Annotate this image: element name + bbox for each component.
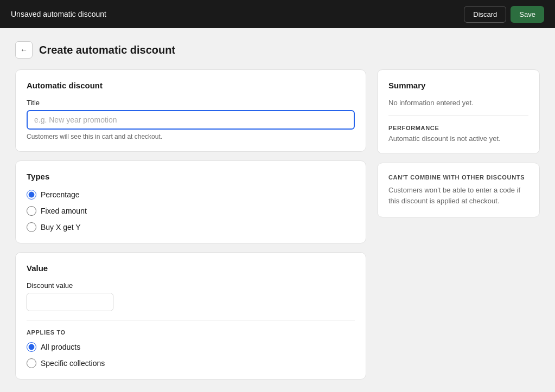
types-card: Types Percentage Fixed amount Buy X get … (15, 160, 366, 243)
types-title: Types (27, 172, 355, 181)
radio-item-specific-collections[interactable]: Specific collections (27, 358, 355, 368)
topbar-actions: Discard Save (464, 6, 544, 23)
back-icon: ← (20, 46, 28, 54)
radio-item-all-products[interactable]: All products (27, 342, 355, 352)
summary-divider (388, 115, 528, 116)
title-label: Title (27, 99, 355, 107)
discard-button[interactable]: Discard (464, 6, 506, 23)
summary-card: Summary No information entered yet. PERF… (377, 69, 540, 154)
summary-no-info: No information entered yet. (388, 99, 528, 107)
radio-specific-collections[interactable] (27, 358, 36, 368)
automatic-discount-title: Automatic discount (27, 81, 355, 90)
radio-item-fixed-amount[interactable]: Fixed amount (27, 206, 355, 216)
applies-to-radio-group: All products Specific collections (27, 342, 355, 368)
page-title: Create automatic discount (39, 44, 175, 56)
main-column: Automatic discount Title Customers will … (15, 69, 366, 380)
radio-percentage-label: Percentage (41, 190, 80, 199)
summary-title: Summary (388, 81, 528, 90)
page-content: ← Create automatic discount Automatic di… (0, 28, 555, 392)
combine-text: Customers won't be able to enter a code … (388, 185, 528, 206)
divider (27, 320, 355, 320)
radio-fixed-amount[interactable] (27, 206, 36, 216)
discount-value-wrap: % (27, 293, 113, 311)
back-button[interactable]: ← (15, 41, 33, 59)
radio-item-percentage[interactable]: Percentage (27, 190, 355, 200)
radio-percentage[interactable] (27, 190, 36, 200)
radio-fixed-amount-label: Fixed amount (41, 207, 87, 215)
performance-text: Automatic discount is not active yet. (388, 134, 528, 143)
discount-value-label: Discount value (27, 281, 355, 290)
side-column: Summary No information entered yet. PERF… (377, 69, 540, 217)
title-hint: Customers will see this in cart and at c… (27, 133, 355, 140)
title-input[interactable] (27, 110, 355, 130)
radio-buy-x-get-y[interactable] (27, 222, 36, 232)
types-radio-group: Percentage Fixed amount Buy X get Y (27, 190, 355, 232)
layout: Automatic discount Title Customers will … (15, 69, 540, 380)
page-header: ← Create automatic discount (15, 41, 540, 59)
topbar-title: Unsaved automatic discount (11, 10, 106, 18)
radio-all-products-label: All products (41, 343, 80, 351)
automatic-discount-card: Automatic discount Title Customers will … (15, 69, 366, 152)
radio-specific-collections-label: Specific collections (41, 359, 105, 368)
radio-item-buy-x-get-y[interactable]: Buy X get Y (27, 222, 355, 232)
combine-title: CAN'T COMBINE WITH OTHER DISCOUNTS (388, 174, 528, 181)
save-button[interactable]: Save (511, 6, 544, 23)
topbar: Unsaved automatic discount Discard Save (0, 0, 555, 28)
radio-buy-x-get-y-label: Buy X get Y (41, 223, 81, 232)
performance-label: PERFORMANCE (388, 125, 528, 131)
radio-all-products[interactable] (27, 342, 36, 352)
discount-value-input[interactable] (27, 293, 113, 311)
applies-to-label: APPLIES TO (27, 329, 355, 336)
value-card: Value Discount value % APPLIES TO All pr… (15, 252, 366, 380)
combine-card: CAN'T COMBINE WITH OTHER DISCOUNTS Custo… (377, 163, 540, 217)
value-title: Value (27, 264, 355, 273)
